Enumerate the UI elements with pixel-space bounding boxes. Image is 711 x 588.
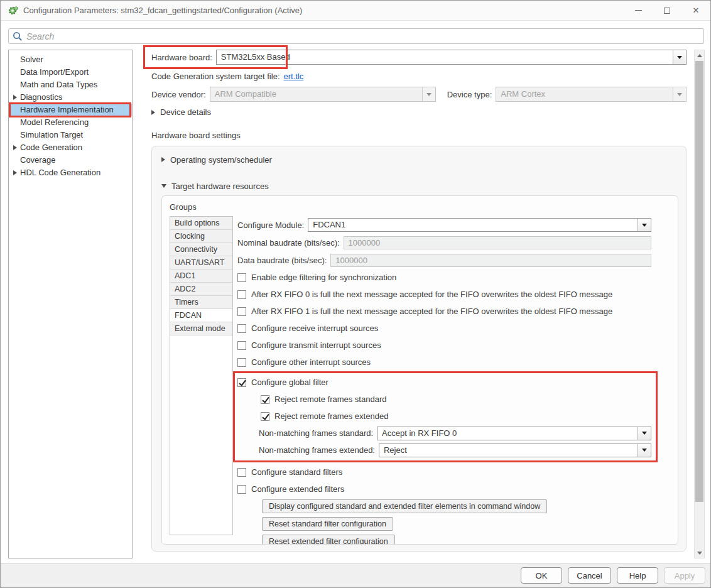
configure-module-combobox[interactable]: FDCAN1 [308, 218, 651, 232]
scrollbar-down-button[interactable] [695, 548, 704, 558]
group-item-adc1[interactable]: ADC1 [170, 270, 232, 283]
close-icon: ✕ [693, 6, 700, 14]
rx-fifo1-overwrite-checkbox[interactable] [237, 307, 246, 316]
group-item-timers[interactable]: Timers [170, 296, 232, 309]
nonmatching-standard-value: Accept in RX FIFO 0 [377, 427, 638, 440]
combo-arrow-button[interactable] [673, 50, 686, 64]
configure-standard-filters-checkbox[interactable] [237, 468, 246, 477]
device-vendor-value: ARM Compatible [210, 87, 422, 101]
group-item-fdcan[interactable]: FDCAN [170, 309, 232, 322]
minimize-button[interactable] [624, 1, 653, 20]
sidebar-item-data-import-export[interactable]: Data Import/Export [9, 66, 132, 79]
display-filter-elements-button[interactable]: Display configured standard and extended… [262, 499, 547, 513]
sidebar-item-code-generation[interactable]: Code Generation [9, 141, 132, 154]
hardware-board-combobox[interactable]: STM32L5xx Based [216, 50, 687, 65]
help-button[interactable]: Help [617, 567, 658, 584]
ok-button[interactable]: OK [521, 567, 562, 584]
vertical-scrollbar[interactable] [694, 50, 705, 558]
scrollbar-up-icon [697, 54, 702, 57]
configure-module-label: Configure Module: [237, 220, 304, 230]
hardware-board-settings-panel: Operating system/scheduler Target hardwa… [151, 146, 687, 552]
scrollbar-up-button[interactable] [695, 50, 704, 60]
chevron-down-icon [677, 93, 682, 96]
groups-title: Groups [170, 202, 651, 212]
chevron-down-icon [426, 93, 431, 96]
fdcan-parameters: Configure Module: FDCAN1 Nominal baudrat… [237, 216, 651, 535]
chevron-down-icon [642, 449, 647, 452]
reject-remote-standard-checkbox[interactable] [261, 395, 269, 404]
group-item-uart-usart[interactable]: UART/USART [170, 256, 232, 270]
sidebar-item-hardware-implementation[interactable]: Hardware Implementation [9, 104, 132, 116]
receive-interrupt-checkbox[interactable] [237, 324, 246, 333]
reject-remote-extended-label: Reject remote frames extended [274, 411, 388, 421]
sidebar-item-coverage[interactable]: Coverage [9, 154, 132, 166]
group-item-adc2[interactable]: ADC2 [170, 283, 232, 296]
reset-standard-filter-button[interactable]: Reset standard filter configuration [262, 517, 393, 531]
sidebar-item-solver[interactable]: Solver [9, 53, 132, 66]
chevron-down-icon [642, 432, 647, 435]
search-icon [13, 31, 23, 41]
combo-arrow-button[interactable] [638, 219, 651, 231]
os-scheduler-expander[interactable]: Operating system/scheduler [161, 155, 678, 165]
configure-standard-filters-label: Configure standard filters [251, 467, 342, 477]
reject-remote-standard-label: Reject remote frames standard [274, 395, 386, 404]
other-interrupt-checkbox[interactable] [237, 358, 246, 367]
data-baudrate-label: Data baudrate (bits/sec): [237, 256, 327, 265]
device-vendor-label: Device vendor: [151, 90, 206, 99]
dialog-button-bar: OK Cancel Help Apply [1, 563, 710, 587]
group-item-connectivity[interactable]: Connectivity [170, 243, 232, 256]
sidebar-item-simulation-target[interactable]: Simulation Target [9, 129, 132, 141]
sidebar-item-math-and-data-types[interactable]: Math and Data Types [9, 79, 132, 91]
apply-button: Apply [664, 567, 705, 584]
rx-fifo0-overwrite-label: After RX FIFO 0 is full the next message… [251, 290, 612, 299]
sidebar-item-diagnostics[interactable]: Diagnostics [9, 91, 132, 104]
combo-arrow-button[interactable] [638, 427, 651, 440]
configuration-parameters-window: Configuration Parameters: stm32_fdcan_ge… [0, 0, 711, 588]
configure-global-filter-checkbox[interactable] [237, 378, 246, 387]
cancel-button[interactable]: Cancel [568, 567, 611, 584]
device-details-expander[interactable]: Device details [151, 107, 687, 117]
maximize-button[interactable] [653, 1, 681, 20]
transmit-interrupt-checkbox[interactable] [237, 341, 246, 350]
group-item-clocking[interactable]: Clocking [170, 230, 232, 243]
configure-extended-filters-checkbox[interactable] [237, 485, 246, 494]
sidebar-item-hdl-code-generation[interactable]: HDL Code Generation [9, 166, 132, 179]
expand-arrow-icon[interactable] [13, 145, 17, 150]
reset-extended-filter-button[interactable]: Reset extended filter configuration [262, 535, 395, 545]
device-details-label: Device details [160, 107, 211, 117]
combo-arrow-button[interactable] [638, 444, 651, 457]
combo-arrow-button [673, 87, 686, 101]
other-interrupt-label: Configure other interrupt sources [251, 357, 371, 367]
device-type-label: Device type: [447, 90, 492, 99]
group-item-build-options[interactable]: Build options [170, 217, 232, 230]
nominal-baudrate-field: 1000000 [344, 236, 651, 249]
rx-fifo0-overwrite-checkbox[interactable] [237, 290, 246, 299]
target-hardware-resources-expander[interactable]: Target hardware resources [161, 181, 678, 191]
reject-remote-extended-checkbox[interactable] [261, 412, 269, 421]
target-hardware-resources-label: Target hardware resources [171, 182, 269, 191]
scrollbar-thumb[interactable] [695, 61, 703, 502]
combo-arrow-button [422, 87, 435, 101]
window-title: Configuration Parameters: stm32_fdcan_ge… [23, 6, 624, 15]
nonmatching-extended-label: Non-matching frames extended: [259, 445, 375, 455]
expand-arrow-icon [151, 110, 155, 115]
rx-fifo1-overwrite-label: After RX FIFO 1 is full the next message… [251, 307, 612, 316]
close-button[interactable]: ✕ [681, 1, 710, 20]
hardware-board-settings-title: Hardware board settings [151, 131, 241, 140]
expand-arrow-icon[interactable] [13, 95, 17, 100]
target-file-link[interactable]: ert.tlc [284, 72, 304, 81]
settings-pane: Hardware board: STM32L5xx Based Code Gen… [140, 45, 694, 564]
search-bar [8, 28, 704, 44]
expand-arrow-icon[interactable] [13, 170, 17, 175]
configure-module-value: FDCAN1 [308, 219, 638, 231]
chevron-down-icon [677, 56, 682, 59]
group-item-external-mode[interactable]: External mode [170, 322, 232, 335]
maximize-icon [664, 8, 670, 14]
chevron-down-icon [642, 224, 647, 227]
nonmatching-extended-combobox[interactable]: Reject [379, 444, 651, 457]
edge-filtering-checkbox[interactable] [237, 273, 246, 282]
nonmatching-standard-combobox[interactable]: Accept in RX FIFO 0 [377, 427, 651, 440]
sidebar-item-model-referencing[interactable]: Model Referencing [9, 116, 132, 129]
groups-list: Build options Clocking Connectivity UART… [170, 216, 233, 535]
search-input[interactable] [26, 31, 700, 41]
